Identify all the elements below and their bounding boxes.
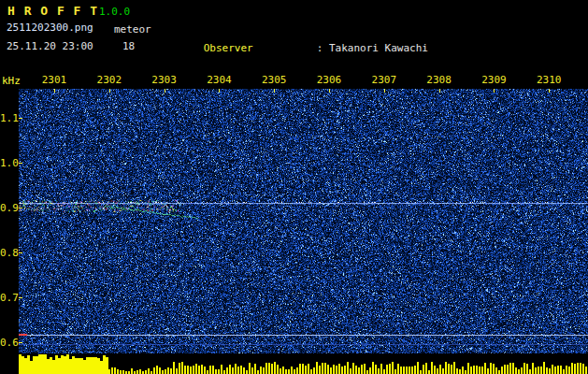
time-tick-label: 2303	[149, 74, 180, 86]
output-filename: 2511202300.png	[7, 22, 93, 34]
freq-tick-label: 1.0	[0, 157, 16, 169]
frequency-axis-labels: 1.11.00.90.80.70.6	[0, 0, 17, 374]
time-tick-label: 2302	[93, 74, 125, 86]
freq-tick-label: 1.1	[0, 112, 16, 124]
freq-tick-label: 0.7	[0, 292, 16, 304]
observation-mode-label: meteor	[114, 23, 151, 36]
freq-tick-label: 0.6	[0, 337, 16, 349]
app-title: H R O F F T	[7, 4, 98, 18]
time-tick-label: 2309	[478, 74, 509, 86]
time-tick-label: 2307	[368, 74, 400, 86]
app-version: 1.0.0	[99, 6, 130, 18]
freq-tick-label: 0.8	[0, 247, 16, 259]
hrofft-output-window: H R O F F T 1.0.0 2511202300.png meteor …	[0, 0, 588, 374]
time-tick-label: 2305	[258, 74, 290, 86]
time-axis-labels: 2301230223032304230523062307230823092310	[19, 74, 588, 87]
time-tick-label: 2304	[203, 74, 235, 86]
echo-count: 18	[122, 40, 135, 52]
info-row-observer: Observer: Takanori Kawachi	[166, 30, 552, 66]
time-tick-label: 2308	[423, 74, 455, 86]
time-tick-label: 2301	[38, 74, 70, 86]
freq-tick-label: 0.9	[0, 202, 16, 214]
info-label-observer: Observer	[204, 42, 317, 54]
signal-meter-canvas	[19, 353, 588, 374]
observation-timestamp: 25.11.20 23:00	[7, 40, 93, 52]
spectrogram-canvas	[19, 89, 588, 353]
time-tick-label: 2306	[313, 74, 345, 86]
time-tick-label: 2310	[533, 74, 565, 86]
info-value-observer: : Takanori Kawachi	[317, 42, 428, 54]
